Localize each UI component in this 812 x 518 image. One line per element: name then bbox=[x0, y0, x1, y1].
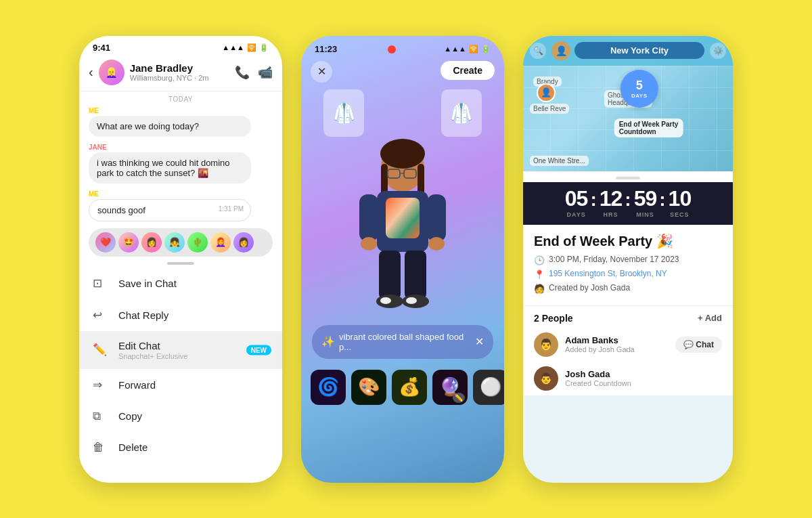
svg-point-12 bbox=[428, 237, 445, 251]
event-info: End of Week Party 🎉 🕒 3:00 PM, Friday, N… bbox=[523, 225, 733, 305]
menu-delete-label: Delete bbox=[118, 441, 148, 453]
contact-avatar: 👱‍♀️ bbox=[99, 60, 125, 85]
event-pin-label: End of Week PartyCountdown bbox=[614, 118, 683, 137]
map-search-button[interactable]: 🔍 bbox=[530, 43, 546, 59]
event-title: End of Week Party 🎉 bbox=[534, 233, 722, 249]
save-icon: ⊡ bbox=[93, 276, 109, 290]
avatar-display bbox=[348, 130, 457, 320]
svg-rect-9 bbox=[359, 194, 378, 242]
battery-icon-2: 🔋 bbox=[481, 45, 491, 53]
status-time-1: 9:41 bbox=[93, 43, 110, 53]
person-info-josh: Josh Gada Created Countdown bbox=[565, 369, 722, 387]
menu-forward-label: Forward bbox=[118, 379, 156, 391]
svg-rect-10 bbox=[427, 194, 446, 242]
msg-bubble-jane: i was thinking we could hit domino park … bbox=[89, 152, 251, 184]
msg-label-me1: ME bbox=[89, 107, 273, 114]
wifi-icon-2: 🛜 bbox=[469, 45, 478, 53]
signal-icon-2: ▲▲▲ bbox=[444, 45, 466, 53]
countdown-row: 05 DAYS : 12 HRS : 59 MINS : 10 SECS bbox=[523, 182, 733, 225]
map-gear-button[interactable]: ⚙️ bbox=[710, 43, 726, 59]
contact-location: Williamsburg, NYC · 2m bbox=[130, 74, 235, 82]
chat-button-adam[interactable]: 💬 Chat bbox=[675, 337, 722, 353]
clock-icon: 🕒 bbox=[534, 255, 545, 265]
count-mins: 59 MINS bbox=[634, 186, 657, 218]
map-header: 🔍 👤 New York City ⚙️ bbox=[523, 36, 733, 66]
count-days: 05 DAYS bbox=[565, 186, 588, 218]
menu-save-label: Save in Chat bbox=[118, 278, 177, 289]
svg-rect-8 bbox=[386, 198, 420, 238]
menu-delete[interactable]: 🗑 Delete bbox=[79, 432, 282, 463]
event-creator-detail: 🧑 Created by Josh Gada bbox=[534, 283, 722, 294]
sep-1: : bbox=[590, 186, 596, 218]
days-count: 5 bbox=[636, 79, 643, 93]
event-time-detail: 🕒 3:00 PM, Friday, November 17 2023 bbox=[534, 255, 722, 265]
count-secs-num: 10 bbox=[669, 186, 692, 211]
status-icons-2: ▲▲▲ 🛜 🔋 bbox=[444, 45, 491, 53]
menu-copy[interactable]: ⧉ Copy bbox=[79, 401, 282, 432]
event-card: 05 DAYS : 12 HRS : 59 MINS : 10 SECS End… bbox=[523, 171, 733, 395]
status-time-2: 11:23 bbox=[315, 44, 337, 54]
reaction-avatar-6: 👩‍🦰 bbox=[210, 232, 231, 253]
phone-map: 🔍 👤 New York City ⚙️ Brandy Belle Reve G… bbox=[523, 36, 733, 483]
user-map-pin: 👤 bbox=[537, 83, 556, 102]
ai-prompt-bar[interactable]: ✨ vibrant colored ball shaped food p... … bbox=[312, 325, 493, 359]
person-info-adam: Adam Banks Added by Josh Gada bbox=[565, 335, 669, 353]
chat-area: ME What are we doing today? JANE i was t… bbox=[79, 107, 282, 257]
reaction-row: ❤️ 🤩 👩 👧 🌵 👩‍🦰 👩 bbox=[89, 228, 273, 257]
menu-copy-label: Copy bbox=[118, 410, 142, 422]
menu-save-in-chat[interactable]: ⊡ Save in Chat bbox=[79, 267, 282, 299]
phone-icon[interactable]: 📞 bbox=[235, 65, 250, 80]
msg-label-me2: ME bbox=[89, 190, 273, 198]
video-icon[interactable]: 📹 bbox=[258, 65, 273, 80]
prompt-close-button[interactable]: ✕ bbox=[475, 335, 484, 348]
sticker-edit-icon: ✏️ bbox=[453, 393, 465, 403]
menu-forward[interactable]: ⇒ Forward bbox=[79, 369, 282, 401]
person-row-adam: 👨 Adam Banks Added by Josh Gada 💬 Chat bbox=[523, 328, 733, 362]
days-label: DAYS bbox=[631, 93, 648, 99]
sticker-1[interactable]: 🌀 bbox=[311, 370, 346, 405]
svg-point-18 bbox=[406, 297, 417, 304]
sticker-4[interactable]: 🔮 ✏️ bbox=[432, 370, 468, 405]
outfit-area: 🥼 🥼 bbox=[301, 83, 504, 137]
delete-icon: 🗑 bbox=[93, 441, 109, 454]
sticker-3[interactable]: 💰 bbox=[392, 370, 427, 405]
menu-chat-reply[interactable]: ↩ Chat Reply bbox=[79, 299, 282, 331]
handle-row bbox=[523, 171, 733, 182]
sticker-5[interactable]: ⚪ bbox=[473, 370, 504, 405]
add-button[interactable]: + Add bbox=[698, 313, 722, 323]
svg-rect-13 bbox=[379, 251, 401, 299]
menu-edit-chat[interactable]: ✏️ Edit Chat Snapchat+ Exclusive NEW bbox=[79, 331, 282, 369]
back-button[interactable]: ‹ bbox=[89, 64, 93, 80]
count-mins-num: 59 bbox=[634, 186, 657, 211]
person-avatar-josh: 👨 bbox=[534, 366, 558, 391]
sticker-2[interactable]: 🎨 bbox=[351, 370, 386, 405]
city-pill[interactable]: New York City bbox=[574, 42, 704, 59]
msg-text-1: What are we doing today? bbox=[97, 121, 199, 131]
person-sub-josh: Created Countdown bbox=[565, 379, 722, 387]
close-button[interactable]: ✕ bbox=[311, 61, 332, 83]
person-name-adam: Adam Banks bbox=[565, 335, 669, 345]
person-name-josh: Josh Gada bbox=[565, 369, 722, 379]
prompt-text: vibrant colored ball shaped food p... bbox=[339, 332, 475, 352]
reaction-avatar-7: 👩 bbox=[233, 232, 254, 253]
new-badge: NEW bbox=[246, 345, 271, 355]
event-address-text: 195 Kensington St, Brooklyn, NY bbox=[549, 269, 667, 278]
create-button[interactable]: Create bbox=[441, 61, 495, 80]
event-address-detail: 📍 195 Kensington St, Brooklyn, NY bbox=[534, 269, 722, 280]
reaction-avatar-5: 🌵 bbox=[187, 232, 208, 253]
map-user-avatar: 👤 bbox=[551, 41, 570, 60]
msg-text-jane: i was thinking we could hit domino park … bbox=[97, 158, 230, 178]
chat-header: ‹ 👱‍♀️ Jane Bradley Williamsburg, NYC · … bbox=[79, 56, 282, 91]
map-section: 🔍 👤 New York City ⚙️ Brandy Belle Reve G… bbox=[523, 36, 733, 171]
menu-reply-label: Chat Reply bbox=[118, 309, 168, 321]
phone2-top-row: ✕ Create bbox=[301, 54, 504, 83]
context-menu: ⊡ Save in Chat ↩ Chat Reply ✏️ Edit Chat… bbox=[79, 267, 282, 463]
days-bubble: 5 DAYS bbox=[621, 70, 658, 108]
wifi-icon: 🛜 bbox=[247, 43, 256, 52]
drag-handle bbox=[167, 262, 194, 265]
reply-icon: ↩ bbox=[93, 308, 109, 322]
status-bar-1: 9:41 ▲▲▲ 🛜 🔋 bbox=[79, 36, 282, 56]
person-sub-adam: Added by Josh Gada bbox=[565, 345, 669, 353]
contact-info: Jane Bradley Williamsburg, NYC · 2m bbox=[130, 62, 235, 82]
location-icon: 📍 bbox=[534, 269, 545, 280]
